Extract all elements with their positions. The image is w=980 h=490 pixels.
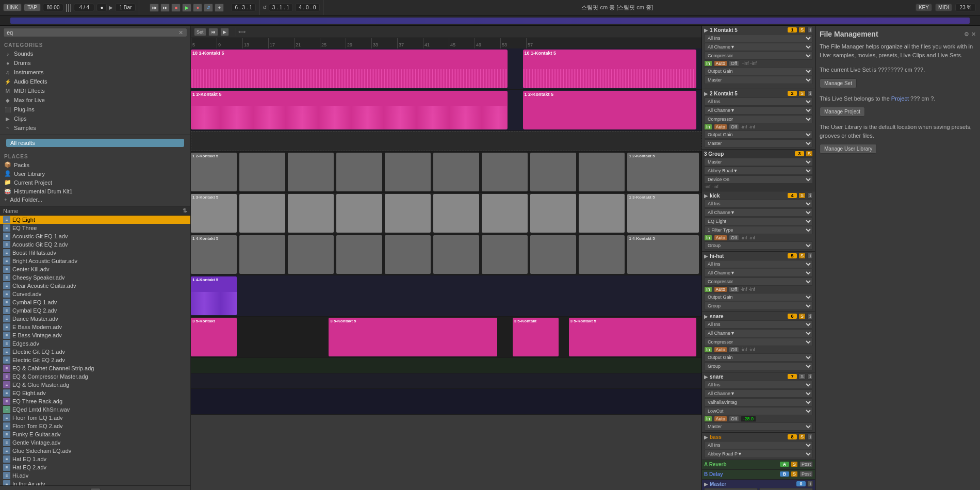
mute-icon[interactable]: ▶ bbox=[704, 374, 708, 380]
category-instruments[interactable]: ♫ Instruments bbox=[0, 68, 190, 77]
clip-block[interactable] bbox=[579, 194, 625, 233]
input-select[interactable]: Master bbox=[704, 158, 813, 166]
routing-select[interactable]: Abbey Road▼ bbox=[704, 167, 813, 175]
file-item[interactable]: ≡ Electric Git EQ 2.adv bbox=[0, 356, 190, 364]
plugin-select[interactable]: Compressor bbox=[704, 115, 813, 123]
record-button[interactable]: ● bbox=[193, 4, 202, 12]
stop-button[interactable]: ■ bbox=[171, 4, 181, 12]
clip-block[interactable]: 1 4-Kontakt 5 bbox=[191, 276, 237, 315]
dest-select[interactable]: Output Gain bbox=[704, 130, 813, 139]
solo-button[interactable]: S bbox=[798, 313, 806, 319]
clip-block[interactable] bbox=[482, 235, 528, 274]
plugin-select[interactable]: Device On bbox=[704, 175, 813, 184]
clip-block[interactable]: 3 5-Kontakt 5 bbox=[569, 318, 697, 356]
master-select[interactable]: Master bbox=[704, 76, 813, 84]
category-clips[interactable]: ▶ Clips bbox=[0, 114, 190, 123]
place-current-project[interactable]: 📁 Current Project bbox=[0, 178, 190, 187]
dest-select[interactable]: Master bbox=[704, 422, 813, 431]
clip-block[interactable]: 1 3-Kontakt 5 bbox=[627, 194, 699, 233]
file-item[interactable]: ≡ Clear Acoustic Guitar.adv bbox=[0, 282, 190, 290]
info-button[interactable]: ℹ bbox=[807, 373, 813, 380]
off-button[interactable]: Off bbox=[729, 286, 739, 292]
file-item[interactable]: ≡ EQ & Cabinet Channel Strip.adg bbox=[0, 364, 190, 372]
place-histrumental[interactable]: 🥁 Histrumental Drum Kit1 bbox=[0, 187, 190, 195]
file-item[interactable]: ≡ Floor Tom EQ 1.adv bbox=[0, 414, 190, 422]
punch-in-button[interactable]: + bbox=[215, 4, 224, 12]
mute-icon[interactable]: ▶ bbox=[704, 481, 708, 487]
info-button[interactable]: ℹ bbox=[807, 27, 813, 33]
file-item[interactable]: ≡ Boost HiHats.adv bbox=[0, 249, 190, 257]
auto-button[interactable]: Auto bbox=[714, 60, 728, 67]
clip-block[interactable]: 3 5-Kontakt bbox=[191, 318, 237, 356]
solo-button[interactable]: S bbox=[798, 434, 806, 440]
clip-block[interactable] bbox=[336, 194, 382, 233]
time-sig[interactable]: 4 / 4 bbox=[74, 4, 94, 11]
file-item[interactable]: ≡ Floor Tom EQ 2.adv bbox=[0, 422, 190, 430]
auto-button[interactable]: Auto bbox=[714, 286, 728, 292]
place-user-library[interactable]: 👤 User Library bbox=[0, 169, 190, 178]
category-midi-effects[interactable]: M MIDI Effects bbox=[0, 86, 190, 95]
file-list-sort-button[interactable]: ⇅ bbox=[183, 207, 187, 214]
loop-button[interactable]: ↺ bbox=[204, 4, 213, 12]
solo-button[interactable]: S bbox=[791, 471, 798, 477]
file-item[interactable]: ≡ Gentle Vintage.adv bbox=[0, 438, 190, 447]
clip-block[interactable]: 1 2-Kontakt 5 bbox=[627, 153, 699, 191]
channel-fold-icon[interactable]: ▶ bbox=[704, 27, 708, 33]
mute-icon[interactable]: ▶ bbox=[704, 193, 708, 199]
metronome[interactable]: ● bbox=[96, 4, 107, 11]
off-button[interactable]: Off bbox=[729, 235, 739, 241]
loop-start[interactable]: 3 . 1 . 1 bbox=[269, 4, 293, 11]
eq-select[interactable]: EQ Eight bbox=[704, 217, 813, 225]
file-item[interactable]: ≡ EQ Eight.adv bbox=[0, 389, 190, 397]
input-select[interactable]: All Ins bbox=[704, 441, 813, 449]
output-select[interactable]: Output Gain bbox=[704, 293, 813, 301]
input-select[interactable]: All Ins bbox=[704, 97, 813, 106]
bar-mode[interactable]: 1 Bar bbox=[115, 4, 136, 11]
fm-settings-icon[interactable]: ⚙ bbox=[964, 31, 969, 38]
forward-button[interactable]: ⏭ bbox=[160, 4, 170, 12]
file-item[interactable]: ≡ Cymbal EQ 1.adv bbox=[0, 298, 190, 306]
clip-block[interactable] bbox=[385, 153, 431, 191]
file-item[interactable]: ≡ EQ Eight bbox=[0, 216, 190, 224]
file-item[interactable]: ≡ In the Air.adv bbox=[0, 480, 190, 485]
input-select[interactable]: All Ins bbox=[704, 34, 813, 42]
file-item[interactable]: ≡ EQ & Glue Master.adg bbox=[0, 381, 190, 389]
off-button[interactable]: Off bbox=[729, 347, 739, 353]
file-item[interactable]: ≡ E Bass Vintage.adv bbox=[0, 331, 190, 339]
routing-select[interactable]: All Channe▼ bbox=[704, 43, 813, 51]
in-button[interactable]: In bbox=[704, 416, 712, 422]
rewind-button[interactable]: ⏮ bbox=[150, 4, 159, 12]
clip-block[interactable]: 3 5-Kontakt bbox=[513, 318, 559, 356]
clip-block[interactable] bbox=[239, 153, 285, 191]
solo-button[interactable]: S bbox=[798, 253, 806, 259]
auto-button[interactable]: Auto bbox=[714, 124, 728, 130]
category-sounds[interactable]: ♪ Sounds bbox=[0, 49, 190, 58]
set-button[interactable]: Set bbox=[194, 28, 206, 36]
file-item[interactable]: ≡ E Bass Modern.adv bbox=[0, 323, 190, 331]
file-item[interactable]: ≡ Glue Sidechain EQ.adv bbox=[0, 447, 190, 455]
clip-block[interactable] bbox=[530, 194, 576, 233]
file-item[interactable]: ≡ Hat EQ 2.adv bbox=[0, 463, 190, 471]
file-item[interactable]: ≡ EQ Three Rack.adg bbox=[0, 397, 190, 405]
place-packs[interactable]: 📦 Packs bbox=[0, 160, 190, 169]
info-button[interactable]: ℹ bbox=[807, 192, 813, 199]
clip-block[interactable]: 3 5-Kontakt 5 bbox=[329, 318, 497, 356]
file-item[interactable]: ≡ EQ Three bbox=[0, 224, 190, 232]
routing-select[interactable]: All Channe▼ bbox=[704, 389, 813, 398]
mute-icon[interactable]: ▶ bbox=[704, 314, 708, 319]
post-button[interactable]: Post bbox=[799, 461, 813, 467]
solo-button[interactable]: S bbox=[798, 192, 806, 199]
clip-block[interactable] bbox=[239, 235, 285, 274]
clip-block[interactable]: 10 1-Kontakt 5 bbox=[191, 50, 508, 88]
clip-block[interactable] bbox=[579, 153, 625, 191]
mute-icon[interactable]: ▶ bbox=[704, 434, 708, 440]
in-button[interactable]: In bbox=[704, 60, 712, 67]
solo-button[interactable]: S bbox=[798, 27, 806, 33]
solo-button[interactable]: S bbox=[798, 90, 806, 96]
file-item[interactable]: ~ EQed Lmtd KhSnr.wav bbox=[0, 405, 190, 414]
place-add-folder[interactable]: + Add Folder... bbox=[0, 195, 190, 204]
input-select[interactable]: All Ins bbox=[704, 200, 813, 208]
clip-block[interactable] bbox=[239, 194, 285, 233]
auto-button[interactable]: Auto bbox=[714, 416, 728, 422]
dest-select[interactable]: Group bbox=[704, 362, 813, 370]
